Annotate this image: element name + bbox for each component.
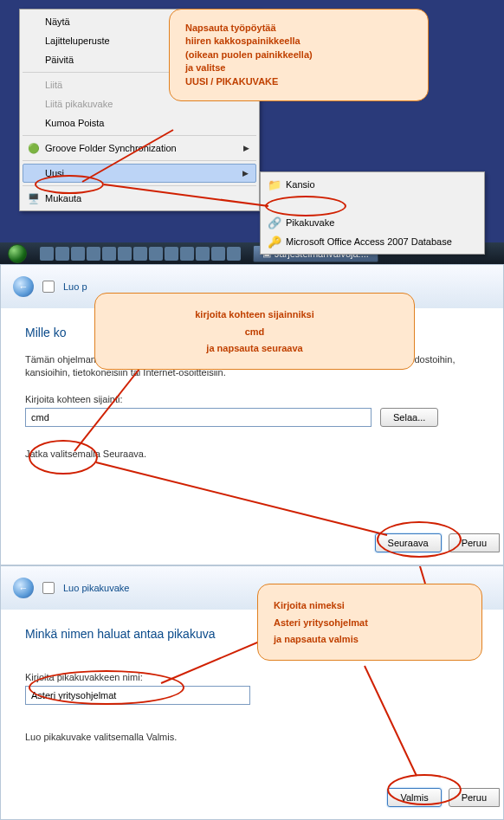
chevron-right-icon: ▶ bbox=[243, 144, 249, 152]
wizard-footer: Seuraava Peruu bbox=[372, 533, 503, 552]
cancel-button[interactable]: Peruu bbox=[449, 788, 500, 807]
menu-separator bbox=[23, 160, 256, 161]
menu-separator bbox=[23, 185, 256, 186]
taskbar-app-icon[interactable] bbox=[55, 247, 69, 261]
callout-line: kirjoita kohteen sijainniksi bbox=[195, 309, 314, 320]
windows-orb-icon bbox=[8, 244, 27, 263]
instruction-callout-3: Kirjoita nimeksi Asteri yritysohjelmat j… bbox=[257, 584, 482, 661]
quick-launch bbox=[35, 247, 246, 261]
menu-label: Uusi bbox=[45, 168, 64, 178]
menu-label: Microsoft Office Access 2007 Database bbox=[286, 236, 452, 247]
callout-line: hiiren kakkospainikkeella bbox=[185, 35, 412, 48]
menu-item-new[interactable]: Uusi ▶ bbox=[23, 164, 256, 183]
callout-line: ja napsauta valmis bbox=[274, 634, 359, 644]
menu-label: Päivitä bbox=[45, 55, 74, 65]
menu-label: Näytä bbox=[45, 16, 70, 27]
menu-label: Kansio bbox=[286, 179, 315, 190]
folder-icon: 📁 bbox=[268, 178, 281, 191]
taskbar-app-icon[interactable] bbox=[102, 247, 116, 261]
browse-button[interactable]: Selaa... bbox=[380, 408, 438, 427]
menu-label: Lajitteluperuste bbox=[45, 36, 110, 46]
shortcut-wizard-icon bbox=[42, 281, 55, 293]
wizard-hint: Luo pikakuvake valitsemalla Valmis. bbox=[25, 731, 479, 744]
menu-label: Groove Folder Synchronization bbox=[45, 143, 177, 153]
name-label: Kirjoita pikakuvakkeen nimi: bbox=[25, 672, 479, 682]
wizard-location-window: ← Luo p Mille ko Tämän ohjelman avulla v… bbox=[0, 264, 504, 565]
wizard-hint: Jatka valitsemalla Seuraava. bbox=[25, 448, 479, 461]
wizard-footer: Valmis Peruu bbox=[384, 788, 503, 807]
cancel-button[interactable]: Peruu bbox=[449, 533, 500, 552]
name-input[interactable] bbox=[25, 686, 250, 705]
next-button[interactable]: Seuraava bbox=[375, 533, 442, 552]
finish-button[interactable]: Valmis bbox=[387, 788, 441, 807]
submenu-item-access[interactable]: 🔑 Microsoft Office Access 2007 Database bbox=[263, 232, 481, 251]
wizard-title: Luo p bbox=[63, 281, 87, 292]
callout-line: Kirjoita nimeksi bbox=[274, 600, 345, 610]
menu-item-undo-delete[interactable]: Kumoa Poista bbox=[23, 113, 256, 132]
taskbar-app-icon[interactable] bbox=[196, 247, 210, 261]
callout-line: ja valitse bbox=[185, 61, 412, 74]
callout-line: UUSI / PIKAKUVAKE bbox=[185, 75, 412, 88]
back-button[interactable]: ← bbox=[13, 276, 34, 297]
new-submenu: 📁 Kansio 🔗 Pikakuvake 🔑 Microsoft Office… bbox=[260, 171, 485, 255]
access-icon: 🔑 bbox=[268, 235, 281, 249]
callout-line: Asteri yritysohjelmat bbox=[274, 617, 368, 628]
taskbar-app-icon[interactable] bbox=[149, 247, 163, 261]
groove-icon: 🟢 bbox=[27, 141, 41, 155]
menu-label: Liitä pikakuvake bbox=[45, 99, 113, 109]
desktop-context-area: Näytä ▶ Lajitteluperuste ▶ Päivitä Liitä… bbox=[0, 0, 504, 242]
chevron-right-icon: ▶ bbox=[242, 169, 249, 178]
instruction-callout-2: kirjoita kohteen sijainniksi cmd ja naps… bbox=[94, 293, 415, 370]
callout-line: (oikean puolen painikkeella) bbox=[185, 48, 412, 61]
taskbar-app-icon[interactable] bbox=[227, 247, 241, 261]
taskbar-app-icon[interactable] bbox=[40, 247, 54, 261]
menu-separator bbox=[23, 135, 256, 136]
taskbar-app-icon[interactable] bbox=[118, 247, 132, 261]
start-button[interactable] bbox=[0, 242, 35, 264]
callout-line: ja napsauta seuraava bbox=[206, 343, 302, 353]
callout-line: cmd bbox=[245, 326, 265, 337]
arrow-left-icon: ← bbox=[19, 583, 29, 593]
menu-label: Mukauta bbox=[45, 193, 81, 203]
submenu-item-shortcut[interactable]: 🔗 Pikakuvake bbox=[263, 213, 481, 232]
taskbar-app-icon[interactable] bbox=[165, 247, 178, 261]
menu-label: Kumoa Poista bbox=[45, 118, 104, 128]
menu-item-personalize[interactable]: 🖥️ Mukauta bbox=[23, 189, 256, 208]
menu-item-groove[interactable]: 🟢 Groove Folder Synchronization ▶ bbox=[23, 139, 256, 158]
wizard-title: Luo pikakuvake bbox=[63, 583, 129, 593]
shortcut-wizard-icon bbox=[42, 582, 55, 594]
location-input[interactable] bbox=[25, 408, 372, 427]
taskbar-app-icon[interactable] bbox=[87, 247, 100, 261]
instruction-callout-1: Napsauta työpöytää hiiren kakkospainikke… bbox=[169, 9, 429, 101]
shortcut-icon: 🔗 bbox=[268, 216, 281, 229]
arrow-left-icon: ← bbox=[19, 281, 29, 292]
taskbar-app-icon[interactable] bbox=[71, 247, 85, 261]
taskbar-app-icon[interactable] bbox=[211, 247, 225, 261]
wizard-name-window: ← Luo pikakuvake Minkä nimen haluat anta… bbox=[0, 565, 504, 820]
back-button[interactable]: ← bbox=[13, 578, 34, 598]
location-row: Selaa... bbox=[25, 408, 479, 427]
personalize-icon: 🖥️ bbox=[27, 191, 41, 205]
menu-label: Liitä bbox=[45, 80, 62, 90]
taskbar-app-icon[interactable] bbox=[180, 247, 194, 261]
menu-separator bbox=[263, 194, 481, 213]
location-label: Kirjoita kohteen sijainti: bbox=[25, 394, 479, 404]
callout-line: Napsauta työpöytää bbox=[185, 22, 412, 35]
taskbar-app-icon[interactable] bbox=[133, 247, 147, 261]
submenu-item-folder[interactable]: 📁 Kansio bbox=[263, 175, 481, 194]
menu-label: Pikakuvake bbox=[286, 217, 334, 228]
